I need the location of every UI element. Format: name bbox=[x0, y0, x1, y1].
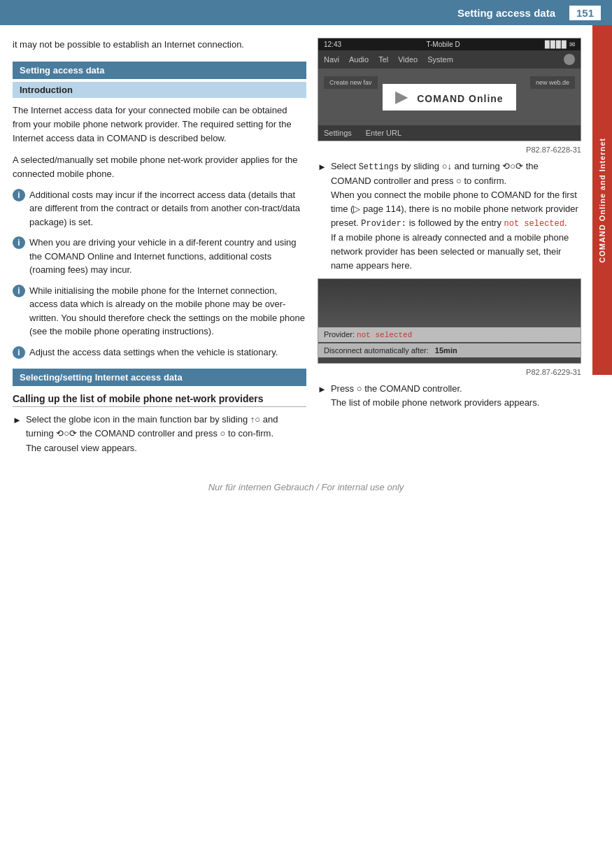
screenshot-1-navbar: Navi Audio Tel Video System bbox=[318, 50, 581, 69]
section-header-selecting: Selecting/setting Internet access data bbox=[13, 369, 306, 386]
screenshot-time: 12:43 bbox=[324, 41, 341, 48]
provider-bar: Provider: not selected bbox=[318, 327, 581, 342]
section-header-setting-access-data: Setting access data bbox=[13, 62, 306, 79]
screenshot-network: T-Mobile D bbox=[426, 41, 460, 48]
nav-navi: Navi bbox=[324, 55, 339, 64]
bullet-text-3: Press ○ the COMAND controller.The list o… bbox=[331, 382, 581, 410]
page-number: 151 bbox=[569, 6, 601, 20]
screenshot-1: 12:43 T-Mobile D ▉▉▉▉ ✉ Navi Audio Tel V… bbox=[318, 38, 581, 141]
screenshot-1-topbar: 12:43 T-Mobile D ▉▉▉▉ ✉ bbox=[318, 38, 581, 50]
bullet-item-2: ► Select Settings by sliding ○↓ and turn… bbox=[318, 159, 581, 273]
bullet-text-1: Select the globe icon in the main functi… bbox=[26, 413, 306, 455]
provider-value: not selected bbox=[357, 331, 412, 339]
code-provider: Provider: bbox=[361, 219, 406, 229]
bottom-settings: Settings bbox=[324, 129, 352, 137]
chapter-sidebar: COMAND Online and Internet bbox=[592, 25, 612, 375]
screenshot-1-caption: P82.87-6228-31 bbox=[318, 145, 581, 154]
header-bar: Setting access data 151 bbox=[0, 0, 612, 25]
selecting-title-text: Selecting/setting Internet access data bbox=[20, 372, 183, 383]
info-text-3: While initialising the mobile phone for … bbox=[29, 284, 306, 339]
code-not-selected: not selected bbox=[504, 219, 564, 229]
screenshot-1-content: Create new fav ▶ COMAND Online new web.d… bbox=[318, 69, 581, 125]
nav-audio: Audio bbox=[349, 55, 369, 64]
disconnect-label: Disconnect automatically after: bbox=[324, 346, 429, 355]
footer-watermark: Nur für internen Gebrauch / For internal… bbox=[0, 468, 612, 499]
info-text-4: Adjust the access data settings when the… bbox=[29, 346, 306, 360]
info-text-1: Additional costs may incur if the incorr… bbox=[29, 188, 306, 229]
info-icon-3: i bbox=[13, 285, 25, 297]
intro-paragraph: it may not be possible to establish an I… bbox=[13, 38, 306, 52]
info-block-1: i Additional costs may incur if the inco… bbox=[13, 188, 306, 229]
new-web-de: new web.de bbox=[530, 76, 575, 89]
body-text-1: The Internet access data for your connec… bbox=[13, 104, 306, 145]
subheading-calling-up: Calling up the list of mobile phone net-… bbox=[13, 393, 306, 407]
bullet-item-1: ► Select the globe icon in the main func… bbox=[13, 413, 306, 455]
signal-icon: ▉▉▉▉ ✉ bbox=[545, 41, 575, 48]
info-block-3: i While initialising the mobile phone fo… bbox=[13, 284, 306, 339]
right-column: 12:43 T-Mobile D ▉▉▉▉ ✉ Navi Audio Tel V… bbox=[318, 38, 602, 461]
info-text-2: When you are driving your vehicle in a d… bbox=[29, 236, 306, 277]
nav-video: Video bbox=[398, 55, 418, 64]
body-text-2: A selected/manually set mobile phone net… bbox=[13, 153, 306, 181]
sub-header-introduction: Introduction bbox=[13, 82, 306, 98]
bullet-text-2: Select Settings by sliding ○↓ and turnin… bbox=[331, 159, 581, 273]
info-block-4: i Adjust the access data settings when t… bbox=[13, 346, 306, 360]
code-settings: Settings bbox=[359, 162, 399, 172]
bullet-arrow-1: ► bbox=[13, 413, 22, 427]
screenshot-2-caption: P82.87-6229-31 bbox=[318, 368, 581, 376]
info-icon-1: i bbox=[13, 189, 25, 201]
nav-system: System bbox=[427, 55, 453, 64]
nav-circle-icon bbox=[564, 54, 575, 65]
info-block-2: i When you are driving your vehicle in a… bbox=[13, 236, 306, 277]
left-column: it may not be possible to establish an I… bbox=[13, 38, 306, 461]
create-new-fav: Create new fav bbox=[324, 76, 378, 89]
bottom-enter-url: Enter URL bbox=[366, 129, 401, 137]
bullet-arrow-3: ► bbox=[318, 383, 327, 397]
provider-label: Provider: bbox=[324, 330, 355, 339]
comand-online-label: ▶ COMAND Online bbox=[383, 84, 515, 111]
disconnect-value: 15min bbox=[435, 346, 457, 355]
screenshot-1-bottombar: Settings Enter URL bbox=[318, 125, 581, 141]
info-icon-4: i bbox=[13, 346, 25, 359]
main-content: it may not be possible to establish an I… bbox=[0, 25, 612, 468]
screenshot-2: Provider: not selected Disconnect automa… bbox=[318, 278, 581, 364]
bullet-item-3: ► Press ○ the COMAND controller.The list… bbox=[318, 382, 581, 410]
bullet-arrow-2: ► bbox=[318, 160, 327, 174]
disconnect-bar: Disconnect automatically after: 15min bbox=[318, 343, 581, 357]
info-icon-2: i bbox=[13, 236, 25, 249]
nav-tel: Tel bbox=[378, 55, 388, 64]
header-title: Setting access data bbox=[11, 7, 555, 19]
screenshot-2-content: Provider: not selected Disconnect automa… bbox=[318, 279, 581, 363]
sidebar-label: COMAND Online and Internet bbox=[598, 138, 606, 263]
